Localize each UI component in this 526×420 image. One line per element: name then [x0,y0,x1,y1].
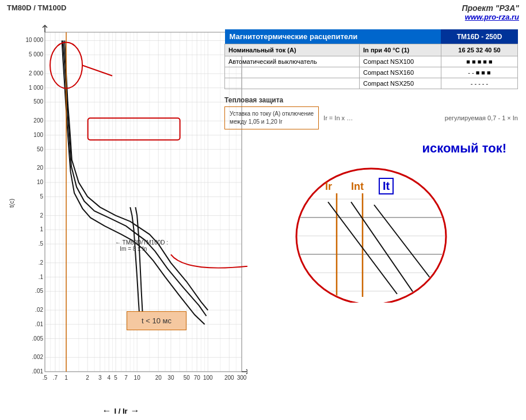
col1-header: Номинальный ток (А) [225,44,360,56]
right-panel: Магнитотермические расцепители ТМ16D - 2… [224,29,518,303]
iskomiy-label: искомый ток! [422,141,506,156]
tm-annotation: ← TM80D/TM100D : Im = 8 x In [115,239,168,252]
thermal-section: Тепловая защита Уставка по току (А) откл… [224,96,518,129]
thermal-left-cell: Уставка по току (А) отключениемежду 1,05… [224,106,319,129]
col3-header: 16 25 32 40 50 [441,44,517,56]
table-header-left: Магнитотермические расцепители [225,29,441,44]
it-label: It [379,178,394,194]
table-row: Compact NSX250 - - - - - [225,78,518,89]
row2-model: Compact NSX160 [360,67,441,78]
thermal-ir-label: Ir = In x … [323,114,353,121]
project-name: Проект "РЗА" [462,3,519,13]
row3-marks: - - - - - [441,78,517,89]
ir-label: Ir [325,181,332,193]
t-less-label: t < 10 мс [127,311,186,330]
thermal-right-cell: Ir = In x … регулируемая 0,7 - 1 × In [323,106,518,129]
zoom-circle: Ir Int It [294,159,449,303]
y-axis-label: t(c) [8,198,15,208]
thermal-title: Тепловая защита [224,96,518,104]
int-label: Int [351,181,364,193]
page-header: TM80D / TM100D Проект "РЗА" www.pro-rza.… [0,0,526,24]
row2-marks: - - ■ ■ ■ [441,67,517,78]
row2-label [225,67,360,78]
row1-model: Compact NSX100 [360,56,441,67]
x-axis-label: I / Ir [114,407,127,415]
table-row: Compact NSX160 - - ■ ■ ■ [225,67,518,78]
table-header-right: ТМ16D - 250D [441,29,517,44]
project-info: Проект "РЗА" www.pro-rza.ru [462,3,519,21]
row3-model: Compact NSX250 [360,78,441,89]
row3-label [225,78,360,89]
thermal-ir-value: регулируемая 0,7 - 1 × In [445,114,518,121]
table-row: Автоматический выключатель Compact NSX10… [225,56,518,67]
col2-header: In при 40 °C (1) [360,44,441,56]
row1-marks: ■ ■ ■ ■ ■ [441,56,517,67]
project-url: www.pro-rza.ru [462,13,519,21]
device-title: TM80D / TM100D [7,3,66,12]
x-axis-section: ← I / Ir → [17,406,224,416]
specs-table: Магнитотермические расцепители ТМ16D - 2… [224,29,518,89]
row1-label: Автоматический выключатель [225,56,360,67]
